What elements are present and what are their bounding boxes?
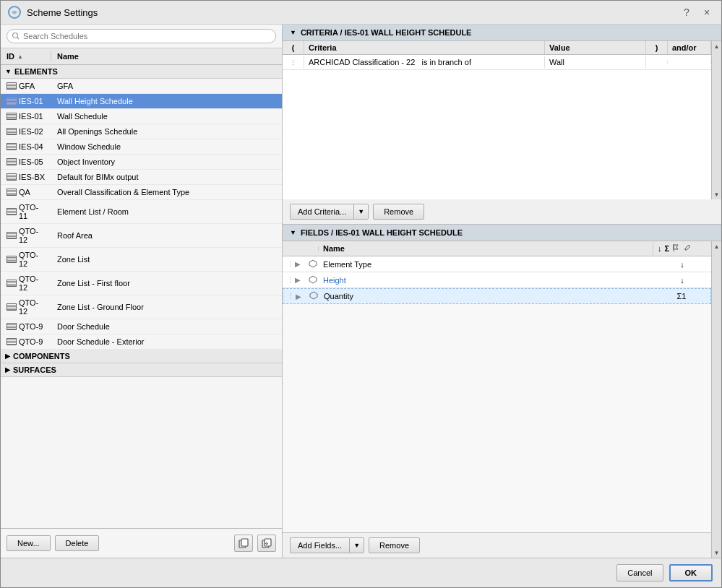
criteria-scroll-down[interactable]: ▼: [712, 189, 722, 199]
fields-scroll-down[interactable]: ▼: [712, 548, 722, 558]
add-criteria-button[interactable]: Add Criteria...: [290, 204, 353, 220]
list-item-selected[interactable]: IES-01 Wall Height Schedule: [1, 94, 282, 109]
flag-icon: [672, 243, 681, 252]
title-bar: Scheme Settings ? ×: [1, 1, 721, 25]
item-icon: [7, 338, 17, 345]
col-close-paren-header: ): [646, 41, 668, 54]
group-surfaces[interactable]: ▶ SURFACES: [1, 363, 282, 377]
item-icon: [7, 82, 17, 90]
fh-move: [283, 246, 319, 251]
criteria-cell: ARCHICAD Classification - 22 is in branc…: [304, 56, 545, 68]
list-item[interactable]: IES-04 Window Schedule: [1, 139, 282, 155]
fields-collapse-btn[interactable]: ▼: [290, 229, 296, 236]
copy-scheme-button[interactable]: [234, 535, 253, 552]
criteria-scroll-up[interactable]: ▲: [712, 41, 722, 51]
group-elements[interactable]: ▼ ELEMENTS: [1, 65, 282, 79]
item-icon: [7, 208, 17, 215]
list-item[interactable]: GFA GFA: [1, 79, 282, 94]
field-row-quantity[interactable]: ⋮ ▶ Quantity Σ1: [283, 288, 711, 304]
search-box: [1, 25, 282, 48]
close-paren-cell: [646, 61, 668, 64]
remove-fields-button[interactable]: Remove: [369, 537, 420, 553]
list-item[interactable]: QTO-9 Door Schedule - Exterior: [1, 334, 282, 350]
delete-button[interactable]: Delete: [55, 535, 100, 551]
scheme-settings-dialog: Scheme Settings ? × ID ▲ Name ▼: [0, 0, 722, 588]
list-item[interactable]: QTO-12 Roof Area: [1, 224, 282, 248]
left-panel: ID ▲ Name ▼ ELEMENTS GFA: [1, 25, 283, 558]
field-sort-sigma: Σ1: [653, 290, 710, 302]
move-handle-criteria: ⋮: [283, 56, 304, 68]
field-name-height: Height: [319, 274, 653, 286]
col-criteria-header: Criteria: [304, 41, 545, 54]
fh-name-header: Name: [319, 242, 653, 255]
field-name-quantity: Quantity: [319, 290, 653, 302]
ok-button[interactable]: OK: [669, 564, 713, 581]
list-item[interactable]: IES-BX Default for BIMx output: [1, 170, 282, 185]
criteria-main: ( Criteria Value ) and/or ⋮ ARCHIC: [283, 41, 711, 199]
schedule-list: ▼ ELEMENTS GFA GFA IES-01 Wall Height: [1, 65, 282, 528]
list-item[interactable]: QTO-12 Zone List: [1, 248, 282, 272]
criteria-buttons: Add Criteria... ▼ Remove: [283, 199, 721, 225]
svg-marker-6: [309, 276, 317, 283]
fields-content-area: Name ↓ Σ: [283, 241, 721, 558]
add-fields-button[interactable]: Add Fields...: [290, 537, 349, 553]
value-cell: Wall: [545, 56, 646, 68]
main-content: ID ▲ Name ▼ ELEMENTS GFA: [1, 25, 721, 558]
field-move-handle: ⋮ ▶: [283, 291, 305, 302]
fields-scroll-up[interactable]: ▲: [712, 241, 722, 251]
list-item[interactable]: IES-02 All Openings Schedule: [1, 124, 282, 139]
list-item[interactable]: QTO-12 Zone List - First floor: [1, 272, 282, 295]
add-fields-dropdown[interactable]: ▼: [349, 537, 364, 553]
group-components[interactable]: ▶ COMPONENTS: [1, 350, 282, 363]
fh-sort-icons: ↓ Σ: [653, 241, 711, 256]
list-item[interactable]: QTO-11 Element List / Room: [1, 200, 282, 224]
copy-icon: [238, 538, 249, 548]
item-icon: [7, 158, 17, 165]
param-icon: [309, 259, 317, 268]
criteria-content-area: ( Criteria Value ) and/or ⋮ ARCHIC: [283, 41, 721, 199]
list-item[interactable]: QTO-12 Zone List - Ground Floor: [1, 295, 282, 319]
search-input[interactable]: [7, 29, 276, 43]
field-row[interactable]: ⋮ ▶ Element Type ↓: [283, 256, 711, 272]
list-item[interactable]: IES-05 Object Inventory: [1, 155, 282, 170]
col-open-paren-header: (: [283, 41, 304, 54]
group-triangle: ▼: [5, 68, 12, 75]
fields-scrollbar: ▲ ▼: [711, 241, 721, 558]
list-item[interactable]: QTO-9 Door Schedule: [1, 319, 282, 334]
add-criteria-btn-group: Add Criteria... ▼: [290, 204, 369, 220]
cancel-button[interactable]: Cancel: [616, 564, 663, 581]
dialog-title: Scheme Settings: [27, 7, 674, 18]
item-icon: [7, 128, 17, 135]
param-icon: [309, 291, 318, 300]
field-row[interactable]: ⋮ ▶ Height ↓: [283, 272, 711, 288]
svg-marker-5: [309, 260, 317, 267]
new-button[interactable]: New...: [7, 535, 51, 551]
list-item[interactable]: IES-01 Wall Schedule: [1, 109, 282, 124]
col-name-header: Name: [51, 51, 282, 62]
close-button[interactable]: ×: [700, 5, 714, 20]
field-name: Element Type: [319, 259, 653, 270]
criteria-collapse-btn[interactable]: ▼: [290, 29, 296, 36]
remove-criteria-button[interactable]: Remove: [373, 204, 424, 220]
item-icon: [7, 232, 17, 239]
left-table-header: ID ▲ Name: [1, 48, 282, 65]
right-panel: ▼ CRITERIA / IES-01 WALL HEIGHT SCHEDULE…: [283, 25, 721, 558]
col-andor-header: and/or: [668, 41, 711, 54]
svg-rect-2: [241, 539, 248, 546]
fields-table-header: Name ↓ Σ: [283, 241, 711, 256]
criteria-scrollbar: ▲ ▼: [711, 41, 721, 199]
list-item[interactable]: QA Overall Classification & Element Type: [1, 185, 282, 200]
fields-buttons: Add Fields... ▼ Remove: [283, 532, 711, 558]
field-param-icon: [304, 258, 319, 271]
left-bottom-bar: New... Delete: [1, 528, 282, 558]
help-button[interactable]: ?: [679, 5, 694, 20]
item-icon: [7, 280, 17, 287]
criteria-title: CRITERIA / IES-01 WALL HEIGHT SCHEDULE: [301, 28, 472, 37]
group-triangle: ▶: [5, 366, 10, 373]
fields-section-header: ▼ FIELDS / IES-01 WALL HEIGHT SCHEDULE: [283, 225, 721, 241]
item-icon: [7, 98, 17, 105]
criteria-row[interactable]: ⋮ ARCHICAD Classification - 22 is in bra…: [283, 55, 711, 70]
field-sort: ↓: [653, 259, 711, 270]
export-button[interactable]: [257, 535, 276, 552]
add-criteria-dropdown[interactable]: ▼: [353, 204, 369, 220]
